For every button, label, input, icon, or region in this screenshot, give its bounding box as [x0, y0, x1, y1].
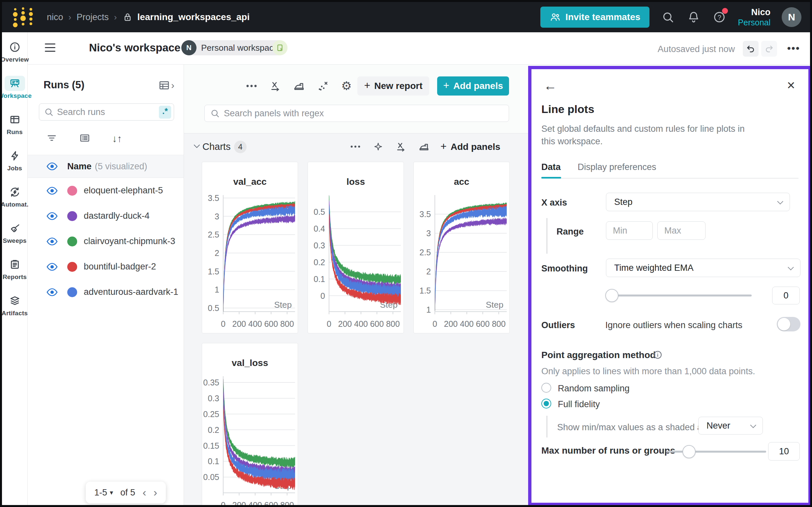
run-name[interactable]: clairvoyant-chipmunk-3 — [84, 236, 175, 246]
next-page-button[interactable]: › — [153, 488, 157, 497]
radio-full-fidelity-label[interactable]: Full fidelity — [558, 399, 600, 409]
runs-list-header: Name (5 visualized) — [28, 155, 184, 178]
runs-column-name[interactable]: Name — [67, 161, 92, 172]
search-icon[interactable] — [661, 10, 675, 24]
smoothing-select[interactable]: Time weighted EMA — [606, 259, 801, 277]
run-name[interactable]: adventurous-aardvark-1 — [84, 287, 179, 297]
header-more-menu-icon[interactable]: ••• — [787, 42, 800, 54]
shaded-area-select[interactable]: Never — [698, 417, 763, 435]
help-icon[interactable]: ? — [712, 10, 727, 24]
breadcrumb-section[interactable]: Projects — [77, 12, 109, 22]
run-name[interactable]: eloquent-elephant-5 — [84, 185, 163, 196]
wandb-logo-icon[interactable] — [11, 7, 35, 28]
automation-cycle-icon — [5, 184, 25, 200]
zoom-sparkle-icon[interactable] — [370, 139, 385, 154]
run-row[interactable]: bountiful-badger-2 — [28, 254, 184, 279]
svg-text:1.5: 1.5 — [208, 267, 219, 276]
workspace-owner-badge[interactable]: N Personal workspace — [181, 40, 286, 55]
page-range-dropdown[interactable]: 1-5 ▾ — [94, 488, 113, 498]
line-chart-val-loss[interactable]: 0.050.10.150.20.250.30.350200400600800St… — [202, 372, 298, 507]
new-report-button[interactable]: + New report — [357, 76, 429, 96]
sidebar-item-artifacts[interactable]: Artifacts — [2, 293, 28, 317]
eye-icon[interactable] — [46, 212, 58, 221]
sidebar-item-workspace[interactable]: Workspace — [2, 76, 28, 100]
undo-button[interactable] — [743, 41, 759, 57]
more-menu-icon[interactable] — [244, 78, 259, 94]
sidebar-item-runs[interactable]: Runs — [2, 112, 28, 136]
back-arrow-icon[interactable]: ← — [544, 79, 557, 92]
notifications-bell-icon[interactable] — [687, 10, 701, 24]
breadcrumb-project[interactable]: learning_workspaces_api — [137, 12, 250, 22]
outliers-toggle[interactable] — [777, 317, 801, 331]
smoothing-slider-handle[interactable] — [605, 289, 618, 302]
max-runs-slider-handle[interactable] — [682, 445, 696, 458]
prev-page-button[interactable]: ‹ — [142, 488, 146, 497]
smoothing-iron-icon[interactable] — [292, 78, 307, 94]
tab-display-preferences[interactable]: Display preferences — [577, 162, 656, 172]
chart-panel-acc[interactable]: acc 11.522.533.50200400600800Step — [413, 162, 510, 333]
range-max-input[interactable] — [657, 221, 706, 240]
range-min-input[interactable] — [606, 221, 653, 240]
smoothing-value-box[interactable]: 0 — [772, 287, 800, 304]
x-axis-settings-icon[interactable] — [268, 78, 283, 94]
settings-gear-icon[interactable]: ⚙ — [339, 78, 354, 94]
run-row[interactable]: dastardly-duck-4 — [28, 203, 184, 229]
filter-icon[interactable] — [46, 133, 57, 144]
invite-teammates-button[interactable]: Invite teammates — [540, 7, 650, 28]
eye-icon[interactable] — [46, 186, 58, 195]
radio-full-fidelity[interactable] — [541, 399, 551, 408]
breadcrumb-user[interactable]: nico — [47, 12, 63, 22]
sidebar-item-sweeps[interactable]: Sweeps — [2, 221, 28, 244]
avatar[interactable]: N — [782, 7, 802, 27]
collapse-chevron-icon[interactable] — [193, 144, 200, 150]
run-row[interactable]: eloquent-elephant-5 — [28, 178, 184, 203]
line-chart-loss[interactable]: 00.10.20.30.40.50200400600800Step — [308, 190, 404, 332]
max-runs-slider-track[interactable] — [666, 451, 766, 453]
panels-search-input[interactable] — [224, 108, 503, 119]
run-row[interactable]: adventurous-aardvark-1 — [28, 279, 184, 305]
close-icon[interactable]: × — [787, 78, 795, 92]
group-list-icon[interactable] — [79, 133, 90, 144]
smoothing-iron-icon[interactable] — [417, 139, 431, 154]
runs-search-input[interactable] — [57, 107, 159, 117]
chart-panel-loss[interactable]: loss 00.10.20.30.40.50200400600800Step — [308, 162, 404, 333]
radio-random-sampling[interactable] — [541, 383, 551, 393]
workspace-share-icon[interactable] — [272, 40, 288, 55]
menu-hamburger-icon[interactable] — [45, 44, 55, 54]
smoothing-slider-track[interactable] — [611, 294, 752, 296]
sidebar-item-jobs[interactable]: Jobs — [2, 148, 28, 172]
regex-toggle-button[interactable]: .* — [159, 106, 171, 119]
svg-text:400: 400 — [248, 319, 262, 329]
info-icon[interactable] — [653, 350, 663, 361]
section-add-panels-button[interactable]: + Add panels — [441, 141, 500, 153]
svg-text:0.4: 0.4 — [313, 224, 325, 233]
x-axis-settings-icon[interactable] — [394, 139, 408, 154]
run-name[interactable]: dastardly-duck-4 — [84, 211, 150, 221]
run-row[interactable]: clairvoyant-chipmunk-3 — [28, 229, 184, 254]
sidebar-item-reports[interactable]: Reports — [2, 257, 28, 281]
open-runs-table-button[interactable]: › — [159, 80, 174, 91]
line-chart-acc[interactable]: 11.522.533.50200400600800Step — [414, 190, 510, 332]
chart-panel-val-acc[interactable]: val_acc 0.511.522.533.50200400600800Step — [202, 162, 298, 333]
eye-icon[interactable] — [46, 262, 58, 272]
chart-panel-val-loss[interactable]: val_loss 0.050.10.150.20.250.30.35020040… — [202, 343, 298, 507]
sort-icon[interactable]: ↓↑ — [112, 133, 122, 144]
user-menu[interactable]: Nico Personal — [738, 7, 770, 27]
outliers-scatter-icon[interactable] — [315, 78, 331, 94]
tab-data[interactable]: Data — [541, 162, 561, 172]
eye-icon[interactable] — [46, 288, 58, 297]
radio-random-sampling-label[interactable]: Random sampling — [558, 384, 630, 394]
charts-section-title[interactable]: Charts — [202, 141, 231, 152]
eye-icon[interactable] — [46, 162, 58, 171]
x-axis-select[interactable]: Step — [606, 193, 790, 211]
sidebar-item-automations[interactable]: Automat. — [2, 184, 28, 208]
line-chart-val-acc[interactable]: 0.511.522.533.50200400600800Step — [202, 190, 298, 332]
run-name[interactable]: bountiful-badger-2 — [84, 262, 156, 272]
redo-button[interactable] — [761, 41, 777, 57]
more-menu-icon[interactable] — [348, 139, 363, 154]
eye-icon[interactable] — [46, 237, 58, 246]
sidebar-item-overview[interactable]: Overview — [2, 40, 28, 63]
max-runs-value-box[interactable]: 10 — [768, 442, 800, 460]
runs-search: .* — [39, 103, 174, 121]
add-panels-button[interactable]: + Add panels — [437, 76, 509, 96]
